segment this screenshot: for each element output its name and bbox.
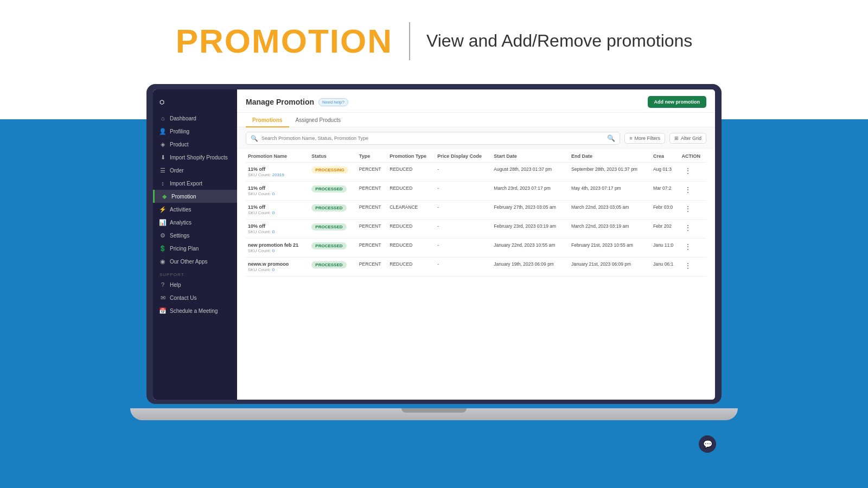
sidebar-label-promotion: Promotion (171, 194, 196, 200)
cell-type-0: PERCENT (357, 163, 387, 182)
search-submit-button[interactable]: 🔍 (607, 134, 615, 142)
sku-row-0: SKU Count: 20319 (248, 172, 307, 177)
sidebar-label-other-apps: Our Other Apps (170, 259, 207, 265)
sku-label-4: SKU Count: (248, 248, 271, 253)
sidebar-item-pricing-plan[interactable]: 💲 Pricing Plan (153, 242, 237, 255)
cell-type-5: PERCENT (357, 258, 387, 277)
promo-name-1: 11% off (248, 185, 307, 191)
sidebar-item-order[interactable]: ☰ Order (153, 164, 237, 177)
table-row: 11% off SKU Count: 0 PROCESSED PERCENT R… (246, 182, 706, 201)
action-menu-1[interactable]: ⋮ (682, 185, 694, 194)
col-price-display-code: Price Display Code (435, 149, 492, 163)
table-row: 11% off SKU Count: 0 PROCESSED PERCENT C… (246, 201, 706, 220)
action-menu-0[interactable]: ⋮ (682, 166, 694, 175)
sidebar-item-contact-us[interactable]: ✉ Contact Us (153, 291, 237, 304)
sidebar-item-analytics[interactable]: 📊 Analytics (153, 216, 237, 229)
sku-label-0: SKU Count: (248, 172, 271, 177)
sidebar-label-import-export: Import Export (170, 181, 202, 187)
sidebar-label-contact: Contact Us (170, 295, 196, 301)
sku-row-4: SKU Count: 0 (248, 248, 307, 253)
sidebar-item-dashboard[interactable]: ⌂ Dashboard (153, 112, 237, 125)
sidebar-item-other-apps[interactable]: ◉ Our Other Apps (153, 255, 237, 268)
sidebar-item-import-shopify[interactable]: ⬇ Import Shopify Products (153, 151, 237, 164)
cell-created-0: Aug 01:3 (651, 163, 680, 182)
alter-grid-button[interactable]: ⊞ Alter Grid (669, 133, 706, 144)
sidebar-label-product: Product (170, 142, 188, 147)
cell-end-date-4: February 21st, 2023 10:55 am (569, 239, 651, 258)
cell-start-date-5: January 19th, 2023 06:09 pm (492, 258, 569, 277)
search-input[interactable] (261, 136, 604, 141)
promo-name-3: 10% off (248, 223, 307, 229)
sidebar-label-schedule: Schedule a Meeting (170, 308, 218, 314)
sidebar-item-schedule[interactable]: 📅 Schedule a Meeting (153, 304, 237, 317)
cell-start-date-4: January 22nd, 2023 10:55 am (492, 239, 569, 258)
action-menu-5[interactable]: ⋮ (682, 261, 694, 270)
tab-assigned-products[interactable]: Assigned Products (289, 113, 347, 127)
more-filters-label: More Filters (634, 136, 660, 141)
action-menu-2[interactable]: ⋮ (682, 204, 694, 213)
col-end-date: End Date (569, 149, 651, 163)
sku-value-4: 0 (272, 248, 275, 253)
help-icon: ? (159, 281, 166, 288)
grid-icon: ⊞ (674, 136, 679, 141)
cell-promo-type-4: REDUCED (387, 239, 435, 258)
cell-start-date-0: August 28th, 2023 01:37 pm (492, 163, 569, 182)
cell-price-code-1: - (435, 182, 492, 201)
table-row: new promotion feb 21 SKU Count: 0 PROCES… (246, 239, 706, 258)
col-promotion-type: Promotion Type (387, 149, 435, 163)
sidebar-label-analytics: Analytics (170, 220, 192, 226)
tab-promotions[interactable]: Promotions (246, 113, 289, 127)
search-box: 🔍 🔍 (246, 132, 620, 145)
action-menu-4[interactable]: ⋮ (682, 242, 694, 251)
chat-button[interactable]: 💬 (699, 435, 716, 453)
cell-status-2: PROCESSED (309, 201, 357, 220)
table-wrapper: Promotion Name Status Type Promotion Typ… (237, 149, 715, 400)
cell-start-date-3: February 23rd, 2023 03:19 am (492, 220, 569, 239)
table-row: 11% off SKU Count: 20319 PROCESSING PERC… (246, 163, 706, 182)
sidebar-item-import-export[interactable]: ↕ Import Export (153, 177, 237, 190)
cell-end-date-0: September 28th, 2023 01:37 pm (569, 163, 651, 182)
sidebar-item-activities[interactable]: ⚡ Activities (153, 203, 237, 216)
action-menu-3[interactable]: ⋮ (682, 223, 694, 232)
profiling-icon: 👤 (159, 128, 166, 134)
sidebar-item-product[interactable]: ◈ Product (153, 138, 237, 151)
cell-price-code-0: - (435, 163, 492, 182)
filter-icon: ≡ (629, 136, 632, 141)
sku-value-1: 0 (272, 191, 275, 196)
need-help-badge[interactable]: Need help? (318, 98, 348, 106)
sku-label-1: SKU Count: (248, 191, 271, 196)
sku-value-2: 0 (272, 210, 275, 215)
search-icon: 🔍 (251, 135, 258, 142)
cell-status-0: PROCESSING (309, 163, 357, 182)
sidebar-label-import-shopify: Import Shopify Products (170, 155, 228, 160)
add-new-promotion-button[interactable]: Add new promotion (648, 96, 707, 108)
cell-type-1: PERCENT (357, 182, 387, 201)
sku-value-0: 20319 (272, 172, 284, 177)
sku-label-3: SKU Count: (248, 229, 271, 234)
sku-label-5: SKU Count: (248, 267, 271, 272)
cell-name-4: new promotion feb 21 SKU Count: 0 (246, 239, 309, 258)
laptop-base-center (401, 408, 467, 413)
order-icon: ☰ (159, 167, 166, 174)
more-filters-button[interactable]: ≡ More Filters (624, 133, 665, 144)
sidebar-item-promotion[interactable]: ◆ Promotion (153, 190, 237, 203)
col-status: Status (309, 149, 357, 163)
cell-promo-type-5: REDUCED (387, 258, 435, 277)
cell-end-date-1: May 4th, 2023 07:17 pm (569, 182, 651, 201)
cell-start-date-2: February 27th, 2023 03:05 am (492, 201, 569, 220)
table-header-row: Promotion Name Status Type Promotion Typ… (246, 149, 706, 163)
sidebar-item-settings[interactable]: ⚙ Settings (153, 229, 237, 242)
sidebar-item-help[interactable]: ? Help (153, 278, 237, 291)
sidebar-item-profiling[interactable]: 👤 Profiling (153, 125, 237, 138)
sidebar-logo: ⬡ (153, 95, 237, 112)
title-row: Manage Promotion Need help? (246, 98, 348, 106)
alter-grid-label: Alter Grid (681, 136, 701, 141)
status-badge-3: PROCESSED (311, 223, 346, 230)
sidebar-label-order: Order (170, 168, 184, 174)
cell-type-3: PERCENT (357, 220, 387, 239)
cell-name-2: 11% off SKU Count: 0 (246, 201, 309, 220)
cell-price-code-4: - (435, 239, 492, 258)
page-header: PROMOTION View and Add/Remove promotions (0, 22, 868, 60)
sidebar-label-dashboard: Dashboard (170, 115, 196, 121)
cell-start-date-1: March 23rd, 2023 07:17 pm (492, 182, 569, 201)
